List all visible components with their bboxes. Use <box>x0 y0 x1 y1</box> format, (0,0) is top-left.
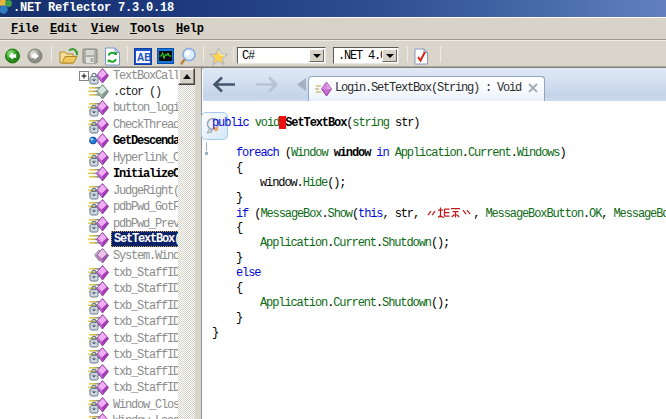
svg-text:AB: AB <box>137 52 151 63</box>
